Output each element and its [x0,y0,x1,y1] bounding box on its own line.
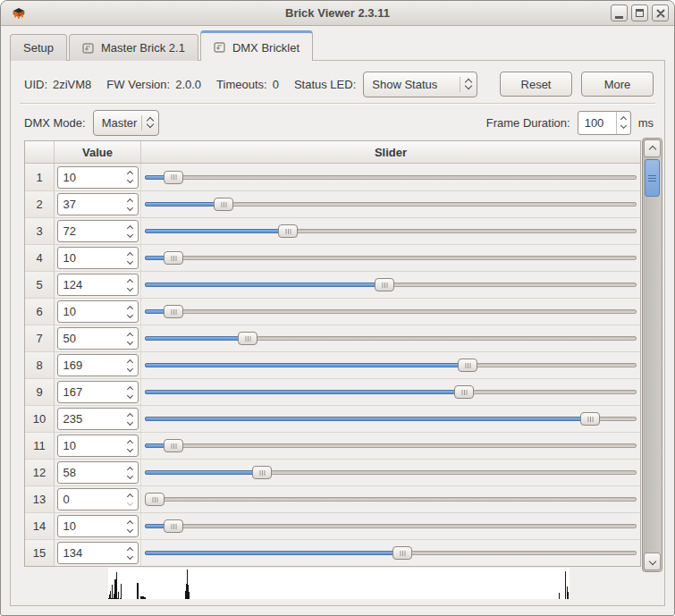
slider-handle[interactable] [164,305,183,318]
value-spinbox[interactable]: 124 [57,274,139,296]
tab-dmx-bricklet[interactable]: DMX Bricklet [200,30,313,61]
spin-down-icon[interactable] [127,284,133,291]
slider-groove[interactable] [145,309,637,314]
channel-slider[interactable] [145,385,637,399]
frame-duration-spinbox[interactable]: 100 [578,111,631,135]
minimize-button[interactable] [611,4,628,21]
spin-down-icon[interactable] [127,311,133,317]
slider-handle[interactable] [164,439,183,452]
slider-handle[interactable] [392,546,412,560]
channel-slider[interactable] [145,519,637,533]
spin-down-icon[interactable] [127,553,133,559]
channel-slider[interactable] [145,439,637,452]
spin-up-icon[interactable] [127,224,133,231]
channel-slider[interactable] [145,305,637,318]
channel-slider[interactable] [145,224,637,238]
slider-handle[interactable] [278,224,298,238]
scrollbar-thumb[interactable] [645,159,660,197]
spin-down-icon[interactable] [127,231,133,237]
channel-slider[interactable] [145,278,637,291]
spin-down-icon[interactable] [127,257,133,264]
channel-slider[interactable] [145,493,637,506]
value-spinbox[interactable]: 50 [57,327,139,350]
spin-up-icon[interactable] [127,305,133,311]
spin-up-icon[interactable] [127,251,133,257]
spin-down-icon[interactable] [127,526,133,532]
slider-handle[interactable] [458,359,477,372]
spin-down-icon[interactable] [127,392,133,398]
value-spinbox[interactable]: 10 [57,166,139,189]
channel-slider[interactable] [145,359,637,372]
tab-setup[interactable]: Setup [10,34,67,61]
reset-button[interactable]: Reset [500,72,572,97]
spin-down-icon[interactable] [127,365,133,371]
slider-handle[interactable] [252,466,272,479]
slider-handle[interactable] [145,493,165,506]
value-spinbox[interactable]: 10 [57,300,139,323]
slider-handle[interactable] [214,198,233,211]
spin-up-icon[interactable] [127,439,133,445]
value-spinbox[interactable]: 0 [57,488,139,511]
slider-groove[interactable] [145,256,637,260]
spin-down-icon[interactable] [127,499,133,505]
channel-slider[interactable] [145,546,637,560]
status-led-dropdown[interactable]: Show Status [363,72,477,97]
spin-down-icon[interactable] [620,122,627,129]
value-text: 10 [58,516,123,536]
scroll-up-button[interactable] [644,139,661,157]
value-spinbox[interactable]: 58 [57,461,139,484]
value-spinbox[interactable]: 37 [57,193,139,215]
channel-slider[interactable] [145,332,637,345]
slider-groove[interactable] [145,175,637,180]
slider-handle[interactable] [164,251,183,265]
spin-down-icon[interactable] [127,445,133,451]
table-scrollbar[interactable] [642,138,662,572]
channel-slider[interactable] [145,412,637,426]
slider-groove[interactable] [145,443,637,448]
spin-up-icon[interactable] [127,359,133,365]
slider-handle[interactable] [454,385,474,399]
spin-down-icon[interactable] [127,472,133,478]
spin-down-icon[interactable] [127,338,133,344]
spin-up-icon[interactable] [127,278,133,284]
value-spinbox[interactable]: 235 [57,408,139,430]
channel-slider[interactable] [145,251,637,265]
spin-up-icon[interactable] [127,546,133,553]
slider-handle[interactable] [164,171,183,184]
value-spinbox[interactable]: 169 [57,354,139,376]
spin-up-icon[interactable] [127,332,133,338]
slider-handle[interactable] [164,519,183,533]
title-bar[interactable]: Brick Viewer 2.3.11 [1,1,674,26]
spin-up-icon[interactable] [127,198,133,204]
value-spinbox[interactable]: 72 [57,220,139,242]
value-spinbox[interactable]: 10 [57,247,139,269]
spin-up-icon[interactable] [127,519,133,526]
value-spinbox[interactable]: 167 [57,381,139,403]
spin-up-icon[interactable] [127,493,133,499]
spin-down-icon[interactable] [127,418,133,425]
slider-handle[interactable] [238,332,257,345]
spin-up-icon[interactable] [127,385,133,392]
value-spinbox[interactable]: 10 [57,435,139,457]
value-spinbox[interactable]: 10 [57,515,139,537]
row-number: 13 [25,486,55,512]
channel-slider[interactable] [145,198,637,211]
spin-down-icon[interactable] [127,177,133,183]
slider-groove[interactable] [145,524,637,528]
channel-slider[interactable] [145,466,637,479]
scroll-down-button[interactable] [644,553,661,570]
dmx-mode-dropdown[interactable]: Master [93,110,159,136]
spin-down-icon[interactable] [127,204,133,210]
channel-slider[interactable] [145,171,637,184]
spin-up-icon[interactable] [127,412,133,418]
tab-master-brick[interactable]: Master Brick 2.1 [69,34,198,61]
dmx-mode-label: DMX Mode: [24,116,86,130]
maximize-button[interactable] [631,4,648,21]
value-spinbox[interactable]: 134 [57,542,139,564]
more-button[interactable]: More [581,72,654,97]
close-button[interactable] [652,4,669,21]
slider-handle[interactable] [580,412,600,426]
spin-up-icon[interactable] [127,466,133,472]
slider-groove[interactable] [145,497,637,502]
slider-handle[interactable] [375,278,394,291]
